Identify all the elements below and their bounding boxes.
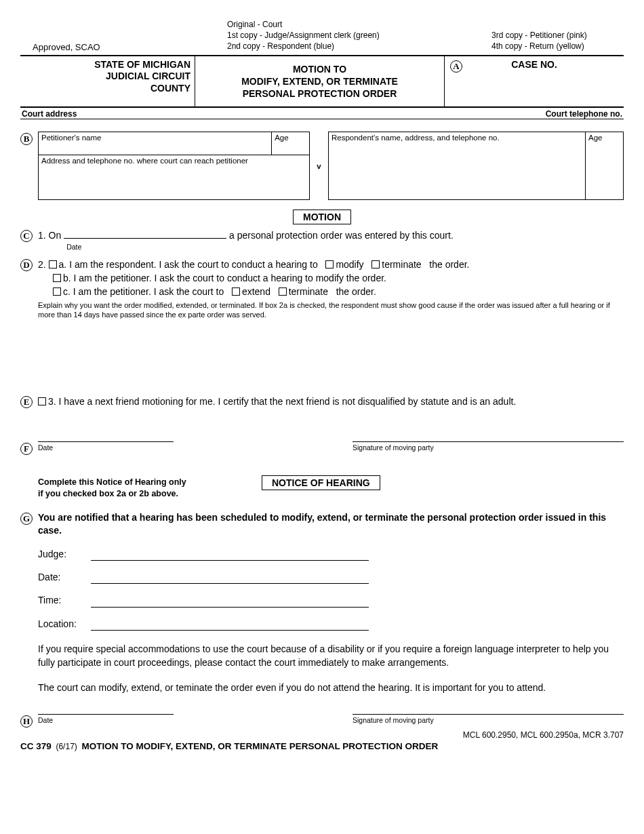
item2-num: 2. xyxy=(38,259,46,270)
item-1-row: C 1. On Date a personal protection order… xyxy=(20,229,624,256)
time-row: Time: xyxy=(38,593,624,607)
county-line: COUNTY xyxy=(23,83,190,95)
checkbox-2c[interactable] xyxy=(53,287,61,296)
copies-right: 3rd copy - Petitioner (pink) 4th copy - … xyxy=(458,30,624,52)
marker-d: D xyxy=(20,259,33,271)
court-address-label: Court address xyxy=(22,109,546,119)
date-line[interactable] xyxy=(91,570,369,584)
marker-f: F xyxy=(20,443,33,455)
the-order: the order. xyxy=(429,259,469,270)
marker-a: A xyxy=(450,60,462,73)
form-rev: (6/17) xyxy=(56,742,77,751)
court-block: STATE OF MICHIGAN JUDICIAL CIRCUIT COUNT… xyxy=(20,56,195,107)
form-header: STATE OF MICHIGAN JUDICIAL CIRCUIT COUNT… xyxy=(20,56,624,108)
time-label: Time: xyxy=(38,593,87,607)
item1-prefix: 1. On xyxy=(38,230,61,241)
parties-section: B Petitioner's name Age v Respondent's n… xyxy=(20,132,624,200)
versus-cell: v xyxy=(310,132,329,200)
case-no-label: CASE NO. xyxy=(511,59,557,70)
location-line[interactable] xyxy=(91,617,369,631)
title-line: PERSONAL PROTECTION ORDER xyxy=(198,87,441,100)
footer-form-line: CC 379 (6/17) MOTION TO MODIFY, EXTEND, … xyxy=(20,741,624,751)
marker-c: C xyxy=(20,230,33,242)
respondent-age-cell[interactable]: Age xyxy=(586,132,624,200)
item3-text: 3. I have a next friend motioning for me… xyxy=(48,396,516,407)
copy-line: 4th copy - Return (yellow) xyxy=(491,41,624,52)
respondent-cell[interactable]: Respondent's name, address, and telephon… xyxy=(328,132,585,200)
the-order-2: the order. xyxy=(336,286,376,297)
accommodations-para: If you require special accommodations to… xyxy=(38,643,624,669)
copy-line: 1st copy - Judge/Assignment clerk (green… xyxy=(227,30,458,41)
copies-left: Original - Court 1st copy - Judge/Assign… xyxy=(227,19,458,52)
footer-citation: MCL 600.2950, MCL 600.2950a, MCR 3.707 xyxy=(20,730,624,740)
petitioner-name-cell[interactable]: Petitioner's name xyxy=(39,132,272,155)
signature-line[interactable]: Signature of moving party xyxy=(353,441,624,453)
court-phone-label: Court telephone no. xyxy=(546,109,622,119)
extend-label: extend xyxy=(242,286,270,297)
judge-row: Judge: xyxy=(38,547,624,561)
date-sig-line[interactable]: Date xyxy=(38,441,174,453)
petitioner-age-cell[interactable]: Age xyxy=(272,132,310,155)
item2a-text: a. I am the respondent. I ask the court … xyxy=(59,259,318,270)
form-title: MOTION TO MODIFY, EXTEND, OR TERMINATE P… xyxy=(195,56,445,107)
copy-line: 2nd copy - Respondent (blue) xyxy=(227,41,458,52)
date-sig-label: Date xyxy=(38,443,53,452)
form-number: CC 379 xyxy=(20,741,52,751)
date-sig-line-2[interactable]: Date xyxy=(38,714,174,726)
case-no-block: A CASE NO. xyxy=(445,56,624,107)
signature-label-2: Signature of moving party xyxy=(353,716,434,724)
motion-heading: MOTION xyxy=(20,210,624,224)
checkbox-extend[interactable] xyxy=(232,287,240,296)
approved-text: Approved, SCAO xyxy=(20,42,227,52)
checkbox-3[interactable] xyxy=(38,397,46,405)
sig-h-row: H Date Signature of moving party xyxy=(20,714,624,728)
noh-title-row: Complete this Notice of Hearing only if … xyxy=(20,477,624,500)
location-label: Location: xyxy=(38,617,87,631)
checkbox-terminate[interactable] xyxy=(371,260,380,269)
checkbox-2b[interactable] xyxy=(53,274,61,282)
footer-title: MOTION TO MODIFY, EXTEND, OR TERMINATE P… xyxy=(81,741,438,751)
marker-g: G xyxy=(20,513,33,525)
judge-label: Judge: xyxy=(38,547,87,561)
checkbox-2a[interactable] xyxy=(49,260,57,269)
signature-line-2[interactable]: Signature of moving party xyxy=(353,714,624,726)
judge-line[interactable] xyxy=(91,547,369,561)
title-line: MODIFY, EXTEND, OR TERMINATE xyxy=(198,75,441,87)
copy-line: Original - Court xyxy=(227,19,458,30)
modify-label: modify xyxy=(336,259,363,270)
attend-para: The court can modify, extend, or teminat… xyxy=(38,681,624,695)
noh-box: NOTICE OF HEARING xyxy=(262,475,380,490)
marker-h: H xyxy=(20,715,33,728)
date-fill-line[interactable] xyxy=(64,238,226,239)
date-label: Date: xyxy=(38,570,87,584)
date-row: Date: xyxy=(38,570,624,584)
terminate-label-2: terminate xyxy=(289,286,328,297)
terminate-label: terminate xyxy=(382,259,421,270)
petitioner-address-cell[interactable]: Address and telephone no. where court ca… xyxy=(39,155,310,200)
time-line[interactable] xyxy=(91,593,369,607)
signature-label: Signature of moving party xyxy=(353,443,434,452)
date-sig-label-2: Date xyxy=(38,716,53,724)
checkbox-modify[interactable] xyxy=(325,260,334,269)
court-address-row: Court address Court telephone no. xyxy=(20,108,624,119)
item-2-row: D 2. a. I am the respondent. I ask the c… xyxy=(20,258,624,321)
title-line: MOTION TO xyxy=(198,63,441,75)
motion-box: MOTION xyxy=(293,210,351,224)
noh-instr-1: Complete this Notice of Hearing only xyxy=(38,477,262,489)
sig-f-row: F Date Signature of moving party xyxy=(20,441,624,455)
marker-e: E xyxy=(20,396,33,408)
item1-suffix: a personal protection order was entered … xyxy=(229,230,454,241)
item-3-row: E 3. I have a next friend motioning for … xyxy=(20,395,624,408)
state-line: STATE OF MICHIGAN xyxy=(23,59,190,71)
checkbox-terminate-2[interactable] xyxy=(279,287,287,296)
noh-body-text: You are notified that a hearing has been… xyxy=(38,511,624,538)
parties-table: Petitioner's name Age v Respondent's nam… xyxy=(38,132,624,200)
item2b-text: b. I am the petitioner. I ask the court … xyxy=(63,273,386,283)
circuit-line: JUDICIAL CIRCUIT xyxy=(23,71,190,83)
marker-b: B xyxy=(20,133,33,145)
date-under-label: Date xyxy=(64,243,81,251)
top-copies-row: Approved, SCAO Original - Court 1st copy… xyxy=(20,19,624,52)
location-row: Location: xyxy=(38,617,624,631)
item2c-pre: c. I am the petitioner. I ask the court … xyxy=(63,286,224,297)
noh-instr-2: if you checked box 2a or 2b above. xyxy=(38,488,262,500)
